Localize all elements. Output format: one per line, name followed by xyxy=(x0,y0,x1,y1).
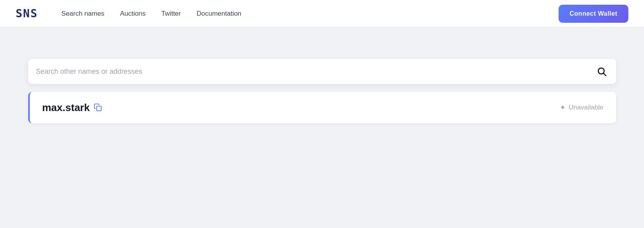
status-section: ✦ Unavailable xyxy=(560,103,604,112)
nav-link-auctions[interactable]: Auctions xyxy=(120,10,145,17)
sparkle-icon: ✦ xyxy=(560,103,566,112)
result-name-section: max.stark xyxy=(42,102,102,114)
search-icon xyxy=(597,66,607,77)
status-badge: Unavailable xyxy=(569,104,604,111)
nav-item-auctions[interactable]: Auctions xyxy=(120,10,145,18)
result-card: max.stark ✦ Unavailable xyxy=(28,92,616,123)
svg-rect-2 xyxy=(96,106,101,111)
copy-icon-svg xyxy=(94,103,102,112)
nav-item-search-names[interactable]: Search names xyxy=(62,10,105,18)
search-bar xyxy=(28,59,616,84)
main-content: max.stark ✦ Unavailable xyxy=(13,27,632,139)
result-domain-name: max.stark xyxy=(42,102,90,114)
nav-link-search-names[interactable]: Search names xyxy=(62,10,105,17)
connect-wallet-button[interactable]: Connect Wallet xyxy=(559,5,628,23)
nav-link-twitter[interactable]: Twitter xyxy=(161,10,181,17)
search-button[interactable] xyxy=(595,65,608,78)
brand-logo[interactable]: SNS xyxy=(16,7,38,20)
nav-link-documentation[interactable]: Documentation xyxy=(196,10,241,17)
nav-item-twitter[interactable]: Twitter xyxy=(161,10,181,18)
search-input[interactable] xyxy=(36,67,595,76)
navbar: SNS Search names Auctions Twitter Docume… xyxy=(0,0,644,27)
nav-item-documentation[interactable]: Documentation xyxy=(196,10,241,18)
svg-line-1 xyxy=(603,73,606,76)
nav-links: Search names Auctions Twitter Documentat… xyxy=(62,10,241,18)
copy-icon[interactable] xyxy=(94,103,102,112)
